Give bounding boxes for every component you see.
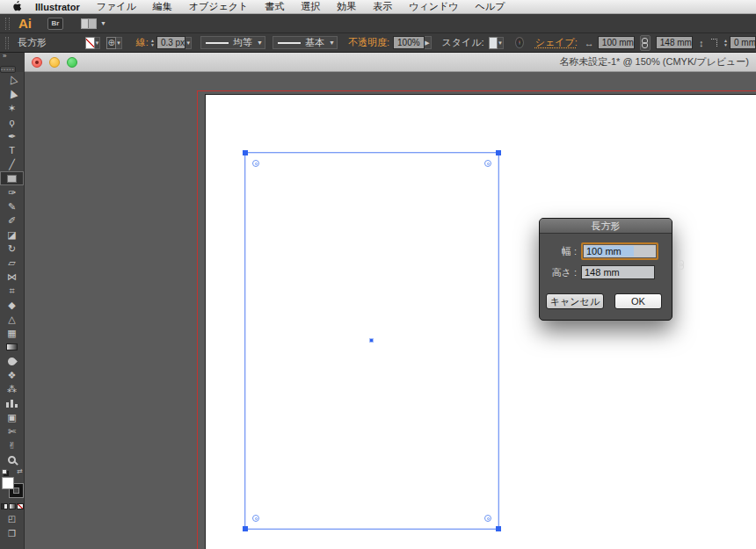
brush-definition-select[interactable]: 基本 ▼ [273, 36, 338, 49]
object-center-point[interactable] [369, 338, 374, 343]
screen-mode-button[interactable]: ❐ [0, 527, 24, 539]
fill-proxy-swatch[interactable] [2, 477, 14, 489]
graphic-style-swatch[interactable] [489, 37, 498, 49]
rectangle-tool[interactable] [0, 171, 24, 185]
line-segment-tool[interactable]: ╱ [0, 157, 24, 171]
selection-handle[interactable] [496, 526, 501, 531]
width-tool[interactable]: ⋈ [0, 270, 24, 284]
zoom-window-button[interactable] [67, 57, 77, 68]
eraser-tool[interactable]: ◪ [0, 228, 24, 242]
menu-item[interactable]: 書式 [265, 0, 284, 13]
rectangle-dialog: 長方形 幅 : 100 mm 高さ : 148 mm キャンセル [539, 218, 672, 321]
stroke-dropdown-button[interactable]: ▼ [116, 37, 122, 49]
fill-dropdown-button[interactable]: ▼ [95, 37, 101, 49]
selection-handle[interactable] [243, 150, 248, 155]
default-fill-stroke-icon[interactable] [2, 469, 7, 474]
mesh-tool[interactable]: ▦ [0, 326, 24, 340]
stroke-weight-field[interactable]: 0.3 px [156, 36, 185, 49]
swap-fill-stroke-icon[interactable]: ⇄ [17, 467, 23, 475]
selection-handle[interactable] [243, 526, 248, 531]
shape-link[interactable]: シェイプ: [535, 36, 578, 49]
type-tool[interactable]: T [0, 143, 24, 157]
toolbar-drag-grip[interactable]: ••••• [0, 66, 16, 73]
blend-tool[interactable]: ❖ [0, 368, 24, 382]
height-input[interactable]: 148 mm [581, 265, 655, 279]
stroke-color-swatch[interactable]: ⊕ [106, 37, 115, 49]
selection-handle[interactable] [496, 150, 501, 155]
cancel-button[interactable]: キャンセル [546, 293, 604, 309]
width-profile-value: 均等 [233, 36, 252, 49]
recolor-artwork-icon[interactable] [515, 37, 524, 48]
corner-radius-stepper[interactable]: ▲▼ [723, 39, 728, 47]
apple-logo-icon[interactable] [12, 1, 22, 12]
panel-grip [5, 18, 10, 30]
drawing-modes-button[interactable]: ◰ [0, 512, 24, 524]
paintbrush-tool[interactable]: ✑ [0, 185, 24, 199]
menu-item[interactable]: オブジェクト [189, 0, 249, 13]
pen-tool[interactable]: ✒ [0, 129, 24, 143]
hand-tool[interactable]: ✌ [0, 438, 24, 452]
live-corner-widget[interactable] [252, 160, 259, 167]
brush-preview [278, 42, 301, 44]
live-corner-widget[interactable] [484, 160, 491, 167]
menu-item[interactable]: 効果 [337, 0, 356, 13]
fill-color-swatch[interactable] [85, 37, 94, 49]
minimize-window-button[interactable] [49, 57, 60, 68]
ok-button[interactable]: OK [614, 293, 662, 309]
live-corner-widget[interactable] [252, 515, 259, 522]
live-corner-widget[interactable] [484, 515, 491, 522]
workspace-switcher[interactable]: ▼ [81, 18, 106, 29]
menu-item[interactable]: ヘルプ [476, 0, 505, 13]
constrain-link-icon[interactable] [678, 260, 684, 270]
shape-height-field[interactable]: 148 mm [656, 36, 693, 49]
lasso-tool[interactable]: ϙ [0, 115, 24, 129]
workspace-layout-icon [81, 18, 97, 29]
zoom-tool[interactable] [0, 452, 24, 466]
application-bar: Ai Br ▼ [0, 14, 756, 33]
opacity-field[interactable]: 100% [393, 36, 425, 49]
constrain-proportions-button[interactable] [640, 35, 651, 51]
gradient-button[interactable] [9, 503, 16, 509]
menu-item[interactable]: 選択 [301, 0, 320, 13]
screen-mode-icon: ❐ [8, 529, 16, 538]
menu-item[interactable]: 編集 [153, 0, 172, 13]
opacity-dropdown-button[interactable]: ▶ [425, 36, 432, 49]
menu-item[interactable]: ウィンドウ [409, 0, 458, 13]
width-field-focus-ring: 100 mm [581, 242, 658, 260]
width-profile-select[interactable]: 均等 ▼ [200, 36, 265, 49]
shape-builder-tool[interactable]: ◆ [0, 298, 24, 312]
menu-item[interactable]: Illustrator [35, 2, 80, 12]
menu-item[interactable]: ファイル [97, 0, 136, 13]
direct-selection-tool[interactable]: ▶ [0, 87, 24, 101]
style-dropdown-button[interactable]: ▼ [498, 37, 504, 49]
artboard-tool[interactable]: ▣ [0, 410, 24, 424]
scale-tool[interactable]: ▱ [0, 256, 24, 270]
symbol-sprayer-tool[interactable]: ⁂ [0, 382, 24, 396]
column-graph-tool[interactable] [0, 396, 24, 410]
illustrator-app-icon: Ai [18, 16, 32, 31]
magic-wand-tool[interactable]: ✶ [0, 101, 24, 115]
pencil-tool[interactable]: ✎ [0, 199, 24, 213]
perspective-grid-tool[interactable]: △ [0, 312, 24, 326]
none-button[interactable] [17, 503, 24, 509]
selection-tool[interactable]: ▷ [0, 73, 24, 87]
slice-tool[interactable]: ✄ [0, 424, 24, 438]
color-button[interactable] [1, 503, 8, 509]
tool-list: ▷▶✶ϙ✒T╱✑✎✐◪↻▱⋈⌗◆△▦❖⁂▣✄✌ [0, 73, 24, 466]
shape-width-field[interactable]: 100 mm [598, 36, 635, 49]
eyedropper-tool[interactable] [0, 354, 24, 368]
stroke-weight-dropdown-button[interactable]: ▼ [185, 37, 192, 49]
collapse-panel-button[interactable]: » [0, 53, 25, 59]
gradient-tool[interactable] [0, 340, 24, 354]
rotate-tool[interactable]: ↻ [0, 242, 24, 256]
free-transform-tool[interactable]: ⌗ [0, 284, 24, 298]
opacity-label[interactable]: 不透明度: [348, 36, 389, 49]
width-input[interactable]: 100 mm [583, 244, 657, 258]
corner-radius-field[interactable]: 0 mm [730, 36, 756, 49]
menu-item[interactable]: 表示 [373, 0, 392, 13]
shaper-tool[interactable]: ✐ [0, 213, 24, 228]
stroke-weight-stepper[interactable]: ▲▼ [150, 39, 155, 47]
go-to-bridge-button[interactable]: Br [47, 18, 63, 30]
close-window-button[interactable] [32, 57, 42, 68]
style-label: スタイル: [442, 36, 484, 49]
